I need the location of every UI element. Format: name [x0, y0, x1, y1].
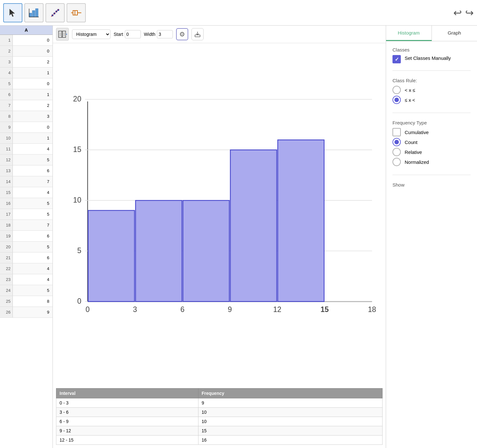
- svg-rect-3: [36, 9, 38, 17]
- start-label: Start: [114, 32, 123, 37]
- settings-button[interactable]: ⚙: [176, 28, 188, 40]
- bar-chart-tool-button[interactable]: [24, 3, 44, 22]
- row-value[interactable]: 4: [13, 263, 53, 274]
- row-value[interactable]: 2: [13, 100, 53, 111]
- set-classes-checkbox[interactable]: ✓: [392, 55, 401, 63]
- svg-rect-2: [32, 11, 35, 17]
- row-number: 13: [0, 165, 13, 176]
- row-number: 6: [0, 89, 13, 100]
- row-number: 12: [0, 155, 13, 165]
- row-number: 18: [0, 220, 13, 230]
- row-value[interactable]: 1: [13, 89, 53, 100]
- relative-radio[interactable]: [392, 148, 401, 156]
- row-value[interactable]: 0: [13, 46, 53, 56]
- row-number: 7: [0, 100, 13, 111]
- table-row: 1 0: [0, 35, 53, 46]
- svg-text:9: 9: [228, 305, 232, 314]
- main-toolbar: ↩ ↪: [0, 0, 477, 26]
- row-number: 10: [0, 133, 13, 143]
- add-column-icon[interactable]: [56, 28, 69, 41]
- row-number: 15: [0, 187, 13, 198]
- row-value[interactable]: 7: [13, 220, 53, 230]
- row-value[interactable]: 2: [13, 57, 53, 67]
- spreadsheet-rows: 1 0 2 0 3 2 4 1 5 0 6 1 7 2 8 3 9 0 10 1…: [0, 35, 53, 318]
- set-classes-label: Set Classes Manually: [405, 55, 451, 61]
- row-value[interactable]: 8: [13, 296, 53, 307]
- row-number: 21: [0, 252, 13, 263]
- row-value[interactable]: 1: [13, 133, 53, 143]
- svg-text:3: 3: [133, 305, 137, 314]
- row-number: 23: [0, 274, 13, 285]
- table-row: 2 0: [0, 46, 53, 57]
- interval-cell: 12 - 15: [56, 436, 198, 445]
- relative-label: Relative: [405, 149, 422, 155]
- row-value[interactable]: 4: [13, 144, 53, 154]
- tab-graph[interactable]: Graph: [432, 26, 477, 41]
- interval-cell: 9 - 12: [56, 426, 198, 436]
- row-value[interactable]: 5: [13, 155, 53, 165]
- table-row: 20 5: [0, 242, 53, 252]
- row-value[interactable]: 0: [13, 78, 53, 89]
- interval-cell: 6 - 9: [56, 417, 198, 426]
- count-row: Count: [392, 138, 471, 146]
- table-row: 11 4: [0, 144, 53, 155]
- row-number: 16: [0, 198, 13, 209]
- rule2-radio-dot: [394, 98, 399, 102]
- row-value[interactable]: 6: [13, 252, 53, 263]
- checkmark-icon: ✓: [395, 56, 399, 62]
- select-tool-button[interactable]: [3, 3, 22, 22]
- table-row: 26 9: [0, 307, 53, 318]
- normalized-radio[interactable]: [392, 158, 401, 166]
- row-value[interactable]: 5: [13, 198, 53, 209]
- export-button[interactable]: [191, 28, 204, 40]
- table-row: 22 4: [0, 263, 53, 274]
- row-value[interactable]: 6: [13, 165, 53, 176]
- row-number: 26: [0, 307, 13, 317]
- start-input[interactable]: [125, 30, 141, 38]
- col-header-a: A: [0, 26, 53, 35]
- row-value[interactable]: 5: [13, 285, 53, 296]
- undo-button[interactable]: ↩: [453, 7, 462, 19]
- svg-text:12: 12: [273, 305, 281, 314]
- interval-cell: 0 - 3: [56, 398, 198, 408]
- row-number: 4: [0, 68, 13, 78]
- relative-row: Relative: [392, 148, 471, 156]
- table-row: 9 - 12 15: [56, 426, 383, 436]
- row-value[interactable]: 0: [13, 35, 53, 45]
- scatter-tool-button[interactable]: [45, 3, 65, 22]
- table-row: 6 1: [0, 89, 53, 100]
- row-value[interactable]: 0: [13, 122, 53, 132]
- row-value[interactable]: 4: [13, 274, 53, 285]
- rule1-radio[interactable]: [392, 86, 401, 94]
- normalized-row: Normalized: [392, 158, 471, 166]
- count-radio[interactable]: [392, 138, 401, 146]
- row-value[interactable]: 1: [13, 68, 53, 78]
- row-value[interactable]: 7: [13, 176, 53, 187]
- table-row: 21 6: [0, 252, 53, 263]
- cumulative-radio[interactable]: [392, 128, 401, 136]
- chart-type-select[interactable]: Histogram: [72, 29, 110, 39]
- tab-histogram[interactable]: Histogram: [386, 26, 432, 41]
- redo-button[interactable]: ↪: [465, 7, 474, 19]
- table-row: 25 8: [0, 296, 53, 307]
- frequency-cell: 16: [198, 436, 382, 445]
- row-number: 2: [0, 46, 13, 56]
- width-label: Width: [144, 32, 156, 37]
- row-value[interactable]: 9: [13, 307, 53, 317]
- row-value[interactable]: 4: [13, 187, 53, 198]
- row-value[interactable]: 3: [13, 111, 53, 122]
- width-input[interactable]: [157, 30, 173, 38]
- show-section: Show: [392, 182, 471, 190]
- svg-text:0: 0: [85, 305, 90, 314]
- row-value[interactable]: 6: [13, 231, 53, 241]
- row-value[interactable]: 5: [13, 209, 53, 220]
- rule2-label: ≤ x <: [405, 97, 415, 103]
- cumulative-label: Cumulative: [405, 130, 429, 135]
- bar-3-6: [135, 200, 182, 301]
- svg-marker-0: [10, 9, 15, 17]
- classes-section: Classes ✓ Set Classes Manually: [392, 47, 471, 63]
- row-value[interactable]: 5: [13, 242, 53, 252]
- box-plot-tool-button[interactable]: [67, 3, 86, 22]
- rule2-radio[interactable]: [392, 96, 401, 104]
- chart-area: 0 5 10 15 20 0 3 6: [53, 43, 386, 388]
